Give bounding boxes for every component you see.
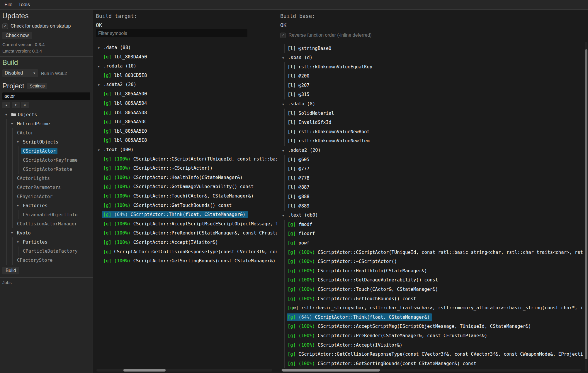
tree-item-cactorparameters[interactable]: CActorParameters [0, 183, 93, 192]
menu-file[interactable]: File [2, 1, 15, 9]
collapse-arrow-icon[interactable]: ▼ [5, 113, 11, 116]
tree-item-factories[interactable]: ▼Factories [0, 201, 93, 210]
symbol-row[interactable]: [l] rstl::kUnknownValueNewRoot [280, 127, 583, 136]
tree-item-cparticledatafactory[interactable]: CParticleDataFactory [0, 247, 93, 256]
section-header[interactable]: ▼.text (db0) [280, 211, 583, 220]
vertical-scrollbar[interactable] [585, 42, 587, 371]
section-header[interactable]: ▼.text (d00) [96, 145, 277, 155]
section-header[interactable]: ▼.rodata (10) [96, 62, 277, 71]
check-updates-checkbox[interactable]: ✓ Check for updates on startup [2, 23, 90, 29]
symbol-row[interactable]: [g] lbl_805AA5D0 [96, 90, 277, 99]
symbol-row[interactable]: [g] (100%) CScriptActor::GetDamageVulner… [96, 182, 277, 192]
symbol-row[interactable]: [g] (100%) CScriptActor::GetSortingBound… [280, 359, 583, 368]
symbol-row[interactable]: [l] @888 [280, 192, 583, 202]
symbol-row[interactable]: [g] (100%) CScriptActor::CScriptActor(TU… [96, 154, 277, 164]
symbol-row[interactable]: [g] CScriptActor::GetCollisionResponseTy… [280, 350, 583, 359]
build-button[interactable]: Build [2, 267, 19, 274]
symbol-row[interactable]: [l] @207 [280, 81, 583, 90]
collapse-arrow-icon[interactable]: ▼ [98, 43, 103, 53]
tree-item-ccollisionactormanager[interactable]: CCollisionActorManager [0, 219, 93, 228]
symbol-row[interactable]: [g] lbl_805AA5E0 [96, 126, 277, 136]
symbol-row[interactable]: [g] (100%) CScriptActor::GetDamageVulner… [280, 276, 583, 285]
checkbox-icon[interactable]: ✓ [2, 23, 8, 29]
tree-item-particles[interactable]: ▼Particles [0, 237, 93, 247]
symbol-row[interactable]: [g] (100%) CScriptActor::GetSortingBound… [96, 256, 277, 266]
symbol-row[interactable]: [g] (100%) CScriptActor::PreRender(CStat… [96, 229, 277, 238]
tree-item-cscannableobjectinfo[interactable]: CScannableObjectInfo [0, 210, 93, 219]
collapse-arrow-icon[interactable]: ▼ [282, 146, 288, 155]
tree-item-kyoto[interactable]: ▼Kyoto [0, 228, 93, 237]
symbol-row[interactable]: [g] (100%) CScriptActor::HealthInfo(CSta… [96, 173, 277, 182]
symbol-row[interactable]: [g] (100%) CScriptActor::PreRender(CStat… [280, 331, 583, 340]
section-header[interactable]: ▼.sbss (d) [280, 53, 583, 63]
scrollbar-thumb[interactable] [282, 369, 380, 372]
symbol-row[interactable]: [g] (100%) CScriptActor::~CScriptActor() [96, 164, 277, 173]
symbol-row[interactable]: [g] lbl_805AA5D4 [96, 99, 277, 108]
locate-object-button[interactable]: ⌖ [21, 102, 29, 108]
object-search-input[interactable] [2, 92, 90, 100]
symbol-row[interactable]: [l] @stringBase0 [280, 44, 583, 53]
symbol-row[interactable]: [g] lbl_805AA5E8 [96, 136, 277, 145]
symbol-row[interactable]: [g] (100%) CScriptActor::Touch(CActor&, … [280, 285, 583, 294]
prev-match-button[interactable]: ▲ [2, 102, 10, 108]
symbol-row[interactable]: [g] lbl_803CD5E8 [96, 71, 277, 80]
tree-item-objects[interactable]: ▼Objects [0, 110, 93, 119]
symbol-row[interactable]: [g] (100%) CScriptActor::Touch(CActor&, … [96, 192, 277, 201]
symbol-row[interactable]: [l] @887 [280, 183, 583, 192]
symbol-row[interactable]: [g] (100%) CScriptActor::CScriptActor(TU… [280, 248, 583, 257]
tree-item-cscriptactorkeyframe[interactable]: CScriptActorKeyframe [0, 156, 93, 165]
symbol-row[interactable]: [gw] rstl::basic_string<char, rstl::char… [280, 303, 583, 313]
tree-item-cscriptactor[interactable]: CScriptActor [0, 146, 93, 156]
collapse-arrow-icon[interactable]: ▼ [282, 100, 288, 109]
scrollbar-thumb[interactable] [585, 49, 587, 359]
checkbox-icon[interactable]: ✓ [280, 33, 286, 38]
symbol-row[interactable]: [g] floorf [280, 229, 583, 239]
tree-item-cactorlights[interactable]: CActorLights [0, 174, 93, 183]
symbol-row[interactable]: [l] @315 [280, 90, 583, 99]
symbol-row[interactable]: [l] @778 [280, 173, 583, 183]
symbol-row[interactable]: [l] @200 [280, 72, 583, 81]
symbol-row[interactable]: [g] lbl_805AA5DC [96, 117, 277, 127]
symbol-row[interactable]: [g] (64%) CScriptActor::Think(float, CSt… [280, 313, 583, 322]
scrollbar-thumb[interactable] [123, 369, 166, 372]
symbol-row[interactable]: [l] rstl::kUnknownValueEqualKey [280, 62, 583, 72]
collapse-arrow-icon[interactable]: ▼ [98, 146, 103, 155]
symbol-row[interactable]: [g] lbl_805AA5D8 [96, 108, 277, 117]
tree-item-scriptobjects[interactable]: ▼ScriptObjects [0, 137, 93, 146]
symbol-row[interactable]: [l] @605 [280, 155, 583, 164]
symbol-row[interactable]: [l] SolidMaterial [280, 109, 583, 118]
tree-item-cactor[interactable]: CActor [0, 128, 93, 137]
section-header[interactable]: ▼.sdata (8) [280, 99, 583, 109]
symbol-row[interactable]: [g] CScriptActor::GetCollisionResponseTy… [96, 247, 277, 256]
symbol-row[interactable]: [l] rstl::kUnknownValueNewItem [280, 136, 583, 146]
symbol-row[interactable]: [g] (100%) CScriptActor::~CScriptActor() [280, 257, 583, 266]
symbol-row[interactable]: [g] (100%) CScriptActor::GetTouchBounds(… [96, 201, 277, 210]
symbol-row[interactable]: [g] lbl_803DA450 [96, 53, 277, 62]
symbol-row[interactable]: [g] (100%) CScriptActor::AcceptScriptMsg… [96, 219, 277, 229]
collapse-arrow-icon[interactable]: ▼ [282, 53, 288, 63]
reverse-order-checkbox[interactable]: ✓ Reverse function order (-inline deferr… [280, 32, 372, 38]
collapse-arrow-icon[interactable]: ▼ [98, 80, 103, 90]
symbol-row[interactable]: [g] fmodf [280, 220, 583, 229]
section-header[interactable]: ▼.sdata2 (20) [280, 146, 583, 155]
tree-item-cfactorystore[interactable]: CFactoryStore [0, 256, 93, 265]
menu-tools[interactable]: Tools [16, 1, 33, 9]
check-now-button[interactable]: Check now [2, 32, 32, 39]
symbol-row[interactable]: [g] powf [280, 238, 583, 248]
tree-item-metroidprime[interactable]: ▼MetroidPrime [0, 119, 93, 128]
collapse-arrow-icon[interactable]: ▼ [98, 62, 103, 71]
symbol-row[interactable]: [g] (100%) CScriptActor::AcceptScriptMsg… [280, 322, 583, 331]
project-settings-button[interactable]: Settings [27, 83, 47, 89]
next-match-button[interactable]: ▼ [12, 102, 20, 108]
filter-symbols-input[interactable] [96, 29, 247, 37]
collapse-arrow-icon[interactable]: ▼ [282, 211, 288, 220]
symbol-row[interactable]: [l] @889 [280, 201, 583, 211]
symbol-row[interactable]: [g] (100%) CScriptActor::Accept(IVisitor… [280, 340, 583, 350]
symbol-row[interactable]: [l] InvalidSfxId [280, 118, 583, 127]
target-horizontal-scrollbar[interactable] [96, 369, 272, 372]
base-horizontal-scrollbar[interactable] [281, 369, 581, 372]
symbol-row[interactable]: [g] (100%) CScriptActor::Accept(IVisitor… [96, 238, 277, 247]
section-header[interactable]: ▼.sdata2 (20) [96, 80, 277, 90]
symbol-row[interactable]: [l] @777 [280, 164, 583, 174]
tree-item-cscriptactorrotate[interactable]: CScriptActorRotate [0, 165, 93, 174]
